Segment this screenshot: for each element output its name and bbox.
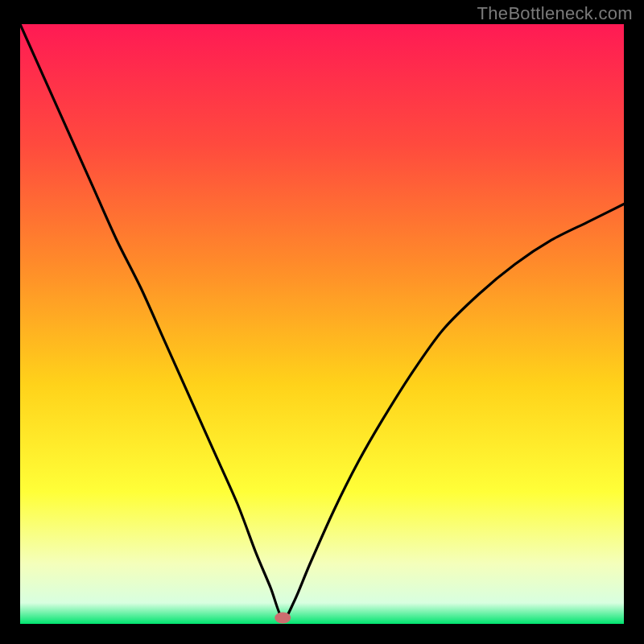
- watermark-text: TheBottleneck.com: [477, 3, 633, 24]
- optimal-point-marker: [275, 613, 291, 624]
- chart-frame: TheBottleneck.com: [0, 0, 644, 644]
- bottleneck-curve-chart: [20, 24, 624, 624]
- plot-area: [20, 24, 624, 624]
